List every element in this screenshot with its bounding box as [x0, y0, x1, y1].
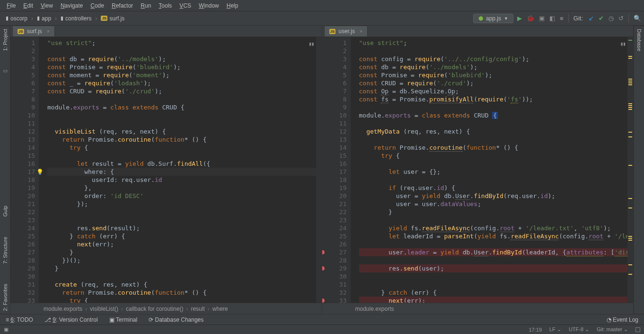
- js-file-icon: JS: [101, 16, 107, 21]
- breakpoint-icon[interactable]: [322, 266, 325, 271]
- menu-help[interactable]: Help: [223, 1, 242, 10]
- nodejs-icon: ⬢: [478, 15, 483, 22]
- error-stripe-marker[interactable]: [628, 109, 632, 110]
- structure-tool-button[interactable]: 7: Structure: [2, 234, 8, 267]
- intention-bulb-icon[interactable]: 💡: [36, 168, 44, 176]
- error-stripe-marker[interactable]: [628, 274, 632, 275]
- breakpoint-icon[interactable]: [322, 250, 325, 254]
- caret-position[interactable]: 17:19: [529, 327, 542, 333]
- square-icon[interactable]: ▭: [3, 68, 8, 74]
- breadcrumb-folder[interactable]: ▮controllers: [58, 14, 94, 23]
- structure-crumb[interactable]: module.exports: [355, 306, 394, 312]
- error-stripe-marker[interactable]: [628, 236, 632, 237]
- file-tab-label: surf.js: [27, 28, 42, 35]
- code-area-right[interactable]: ▮▮ 1234567891011121314151617181920212223…: [322, 37, 634, 303]
- breadcrumb-file[interactable]: JSsurf.js: [98, 14, 127, 23]
- menu-run[interactable]: Run: [137, 1, 155, 10]
- favorites-tool-button[interactable]: 2: Favorites: [2, 281, 8, 314]
- breakpoint-icon[interactable]: [322, 298, 325, 303]
- error-stripe-marker[interactable]: [628, 79, 632, 80]
- js-file-icon: JS: [329, 29, 336, 34]
- memory-indicator[interactable]: [635, 327, 640, 332]
- gulp-tool-button[interactable]: Gulp: [2, 203, 8, 219]
- structure-crumb[interactable]: callback for coroutine(): [126, 306, 183, 312]
- error-stripe-marker[interactable]: [628, 165, 632, 166]
- error-stripe[interactable]: [627, 37, 633, 303]
- breadcrumb-project[interactable]: ▮oscorp: [3, 14, 30, 23]
- git-update-button[interactable]: ↙: [589, 15, 594, 22]
- gutter[interactable]: 1234567891011121314151617181920212223242…: [322, 37, 351, 303]
- chevron-right-icon: ›: [31, 15, 33, 22]
- menu-tools[interactable]: Tools: [155, 1, 176, 10]
- js-file-icon: JS: [18, 29, 24, 34]
- run-configuration-selector[interactable]: ⬢ app.js ▼: [473, 14, 513, 23]
- structure-breadcrumb-right: module.exports: [322, 303, 634, 314]
- code-area-left[interactable]: ▮▮ 1234567891011121314151617💡18192021222…: [10, 37, 322, 303]
- menu-view[interactable]: View: [37, 1, 57, 10]
- error-stripe-marker[interactable]: [628, 103, 632, 104]
- profile-button[interactable]: ◧: [549, 15, 555, 22]
- error-stripe-marker[interactable]: [628, 82, 632, 83]
- error-stripe-marker[interactable]: [628, 107, 632, 108]
- error-stripe-marker[interactable]: [628, 264, 632, 265]
- structure-crumb[interactable]: module.exports: [44, 306, 82, 312]
- gutter[interactable]: 1234567891011121314151617💡18192021222324…: [10, 37, 39, 303]
- menu-edit[interactable]: Edit: [19, 1, 37, 10]
- close-icon[interactable]: ×: [360, 28, 362, 34]
- search-everywhere-button[interactable]: 🔍: [634, 15, 641, 22]
- menu-code[interactable]: Code: [87, 1, 108, 10]
- structure-crumb[interactable]: visibleList(): [90, 306, 118, 312]
- menu-window[interactable]: Window: [195, 1, 223, 10]
- error-stripe-marker[interactable]: [628, 105, 632, 106]
- error-stripe-marker[interactable]: [628, 132, 632, 133]
- git-history-button[interactable]: ◷: [609, 15, 614, 22]
- git-commit-button[interactable]: ✔: [599, 15, 604, 22]
- run-button[interactable]: ▶: [517, 15, 522, 22]
- pause-icon: ▮▮: [620, 40, 626, 48]
- menu-vcs[interactable]: VCS: [176, 1, 195, 10]
- menu-refactor[interactable]: Refactor: [108, 1, 137, 10]
- stop-button[interactable]: ■: [560, 15, 564, 22]
- error-stripe-marker[interactable]: [628, 136, 632, 137]
- error-stripe-marker[interactable]: [628, 84, 632, 85]
- database-changes-tool-button[interactable]: ⟳ Database Changes: [149, 316, 203, 323]
- error-stripe-marker[interactable]: [628, 198, 632, 199]
- breadcrumb-folder[interactable]: ▮app: [34, 14, 54, 23]
- version-control-tool-button[interactable]: ⎇ 9: Version Control: [44, 316, 98, 323]
- menu-navigate[interactable]: Navigate: [57, 1, 87, 10]
- folder-icon: ▮: [6, 15, 9, 21]
- structure-crumb[interactable]: where: [212, 306, 228, 312]
- database-tool-button[interactable]: Database: [636, 26, 642, 54]
- run-config-label: app.js: [486, 15, 501, 22]
- encoding[interactable]: UTF-8 ⌄: [569, 326, 589, 333]
- chevron-right-icon: ›: [55, 15, 57, 22]
- status-left[interactable]: ▣: [4, 326, 9, 333]
- menu-file[interactable]: File: [3, 1, 19, 10]
- file-tab-user[interactable]: JS user.js ×: [324, 26, 368, 36]
- event-log-button[interactable]: ◔ Event Log: [607, 316, 638, 323]
- coverage-button[interactable]: ▣: [539, 15, 545, 22]
- error-stripe-marker[interactable]: [628, 240, 632, 241]
- todo-tool-button[interactable]: ≡ 6: 6: TODOTODO: [6, 316, 33, 323]
- error-stripe[interactable]: [316, 37, 322, 303]
- error-stripe-marker[interactable]: [628, 238, 632, 239]
- structure-crumb[interactable]: result: [191, 306, 204, 312]
- bottom-tool-bar: ≡ 6: 6: TODOTODO ⎇ 9: Version Control ▣ …: [0, 314, 644, 325]
- error-stripe-marker[interactable]: [628, 58, 632, 59]
- terminal-tool-button[interactable]: ▣ Terminal: [109, 316, 137, 323]
- editor-right: JS user.js × ▮▮ 123456789101112131415161…: [322, 26, 634, 314]
- debug-button[interactable]: 🐞: [527, 15, 534, 22]
- chevron-down-icon: ▼: [504, 16, 508, 21]
- error-stripe-marker[interactable]: [628, 81, 632, 81]
- error-stripe-marker[interactable]: [628, 40, 632, 41]
- navigation-bar: ▮oscorp › ▮app › ▮controllers › JSsurf.j…: [0, 11, 644, 26]
- project-tool-button[interactable]: 1: Project: [2, 26, 8, 54]
- status-bar: ▣ 17:19 LF ⌄ UTF-8 ⌄ Git: master ⌄: [0, 325, 644, 334]
- git-branch[interactable]: Git: master ⌄: [597, 326, 628, 333]
- file-tab-surf[interactable]: JS surf.js ×: [12, 26, 55, 36]
- git-revert-button[interactable]: ↺: [618, 15, 624, 22]
- close-icon[interactable]: ×: [47, 28, 50, 34]
- line-separator[interactable]: LF ⌄: [549, 326, 561, 333]
- error-stripe-marker[interactable]: [628, 208, 632, 208]
- error-stripe-marker[interactable]: [628, 56, 632, 57]
